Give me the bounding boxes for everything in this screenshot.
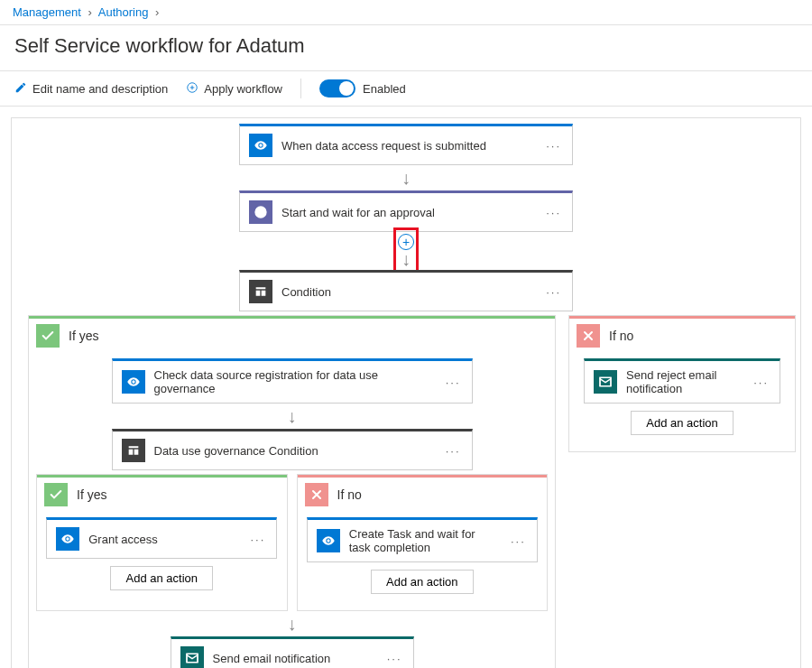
more-icon[interactable]: ··· bbox=[509, 534, 528, 548]
approval-step[interactable]: Start and wait for an approval ··· bbox=[239, 190, 573, 232]
add-action-button[interactable]: Add an action bbox=[110, 566, 213, 590]
create-task-label: Create Task and wait for task completion bbox=[349, 527, 500, 554]
grant-access-label: Grant access bbox=[88, 533, 239, 546]
add-action-button[interactable]: Add an action bbox=[631, 411, 734, 435]
enabled-label: Enabled bbox=[363, 82, 406, 96]
edit-name-label: Edit name and description bbox=[32, 82, 168, 96]
condition-label: Condition bbox=[281, 285, 535, 299]
mail-icon bbox=[594, 370, 617, 394]
chevron-right-icon: › bbox=[88, 5, 92, 19]
breadcrumb: Management › Authoring › bbox=[0, 0, 812, 25]
nested-if-no-header: If no bbox=[298, 475, 548, 512]
more-icon[interactable]: ··· bbox=[544, 139, 563, 153]
gov-condition-label: Data use governance Condition bbox=[154, 444, 435, 458]
arrow-down-icon: ↓ bbox=[401, 250, 411, 268]
workflow-canvas: When data access request is submitted ··… bbox=[0, 107, 812, 668]
eye-icon bbox=[249, 134, 272, 157]
arrow-down-icon: ↓ bbox=[288, 611, 297, 636]
arrow-down-icon: ↓ bbox=[401, 165, 411, 190]
if-yes-label: If yes bbox=[69, 329, 98, 343]
if-no-branch: If no Send reject email notification ···… bbox=[568, 315, 796, 452]
apply-workflow-button[interactable]: Apply workflow bbox=[186, 81, 282, 97]
send-email-step[interactable]: Send email notification ··· bbox=[171, 636, 414, 668]
toggle-switch-icon bbox=[319, 79, 355, 97]
nested-if-yes-header: If yes bbox=[37, 475, 287, 512]
gov-condition-step[interactable]: Data use governance Condition ··· bbox=[112, 429, 473, 470]
if-no-header: If no bbox=[569, 316, 795, 353]
more-icon[interactable]: ··· bbox=[752, 376, 770, 389]
send-reject-label: Send reject email notification bbox=[626, 368, 743, 395]
plus-circle-icon: + bbox=[398, 234, 414, 250]
more-icon[interactable]: ··· bbox=[385, 652, 404, 665]
if-yes-header: If yes bbox=[29, 316, 555, 353]
trigger-step[interactable]: When data access request is submitted ··… bbox=[239, 124, 573, 165]
clock-icon bbox=[249, 200, 272, 224]
check-icon bbox=[36, 324, 60, 348]
eye-icon bbox=[56, 527, 79, 551]
nested-if-yes-branch: If yes Grant access ··· Add an action bbox=[36, 474, 288, 611]
x-icon bbox=[577, 324, 600, 348]
trigger-label: When data access request is submitted bbox=[281, 139, 535, 153]
breadcrumb-authoring[interactable]: Authoring bbox=[98, 5, 149, 19]
check-registration-step[interactable]: Check data source registration for data … bbox=[112, 358, 473, 404]
more-icon[interactable]: ··· bbox=[444, 376, 463, 389]
if-no-label: If no bbox=[337, 487, 362, 502]
eye-icon bbox=[122, 370, 145, 394]
more-icon[interactable]: ··· bbox=[544, 206, 563, 219]
insert-step-button[interactable]: + ↓ bbox=[398, 232, 414, 270]
if-no-label: If no bbox=[609, 329, 633, 343]
x-icon bbox=[305, 483, 328, 506]
more-icon[interactable]: ··· bbox=[544, 285, 563, 299]
condition-icon bbox=[249, 280, 272, 303]
arrow-down-icon: ↓ bbox=[288, 404, 297, 429]
nested-if-no-branch: If no Create Task and wait for task comp… bbox=[297, 474, 549, 611]
mail-icon bbox=[180, 646, 204, 668]
condition-icon bbox=[122, 439, 145, 462]
apply-workflow-label: Apply workflow bbox=[204, 82, 282, 96]
add-action-button[interactable]: Add an action bbox=[371, 570, 474, 594]
approval-label: Start and wait for an approval bbox=[281, 206, 535, 219]
enabled-toggle[interactable]: Enabled bbox=[319, 79, 406, 97]
condition-step[interactable]: Condition ··· bbox=[239, 270, 573, 311]
create-task-step[interactable]: Create Task and wait for task completion… bbox=[307, 517, 538, 562]
plus-circle-icon bbox=[186, 81, 198, 97]
if-yes-label: If yes bbox=[77, 487, 106, 502]
edit-name-button[interactable]: Edit name and description bbox=[14, 81, 168, 97]
chevron-right-icon: › bbox=[155, 5, 159, 19]
grant-access-step[interactable]: Grant access ··· bbox=[46, 517, 277, 559]
more-icon[interactable]: ··· bbox=[248, 533, 267, 546]
toolbar: Edit name and description Apply workflow… bbox=[0, 71, 812, 107]
if-yes-branch: If yes Check data source registration fo… bbox=[28, 315, 556, 668]
check-icon bbox=[44, 483, 68, 506]
page-title: Self Service workflow for Adatum bbox=[0, 25, 812, 71]
send-email-label: Send email notification bbox=[213, 652, 376, 665]
divider bbox=[300, 79, 301, 98]
eye-icon bbox=[317, 529, 340, 552]
check-registration-label: Check data source registration for data … bbox=[154, 368, 435, 395]
breadcrumb-management[interactable]: Management bbox=[13, 5, 81, 19]
pencil-icon bbox=[14, 81, 27, 97]
more-icon[interactable]: ··· bbox=[444, 444, 463, 458]
send-reject-step[interactable]: Send reject email notification ··· bbox=[584, 358, 780, 404]
